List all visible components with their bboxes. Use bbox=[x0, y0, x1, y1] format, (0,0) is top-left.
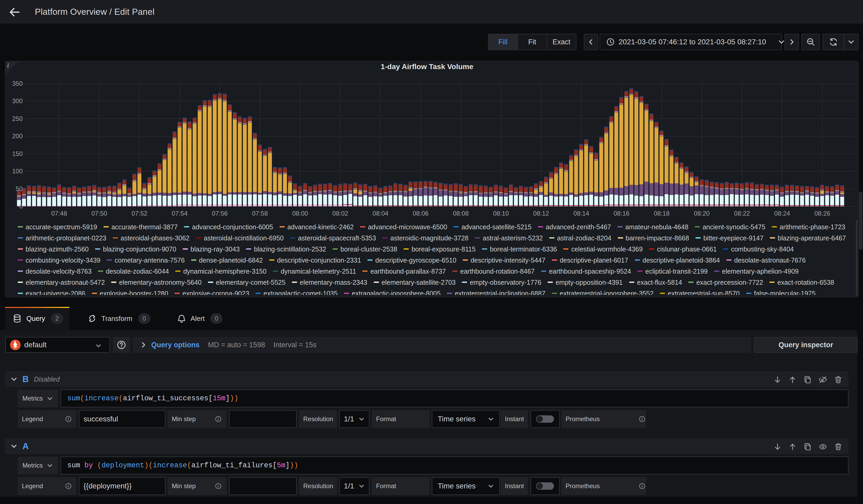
svg-text:07:50: 07:50 bbox=[91, 210, 107, 217]
svg-text:08:02: 08:02 bbox=[332, 210, 348, 217]
svg-text:08:16: 08:16 bbox=[614, 210, 629, 217]
svg-text:150: 150 bbox=[12, 150, 23, 157]
svg-text:07:56: 07:56 bbox=[212, 210, 228, 217]
svg-text:50: 50 bbox=[15, 185, 23, 192]
svg-text:250: 250 bbox=[12, 115, 23, 122]
svg-text:0: 0 bbox=[19, 203, 23, 210]
svg-text:08:04: 08:04 bbox=[373, 210, 388, 217]
svg-text:07:52: 07:52 bbox=[132, 210, 147, 217]
svg-text:08:00: 08:00 bbox=[292, 210, 308, 217]
svg-text:08:14: 08:14 bbox=[574, 210, 589, 217]
svg-text:08:12: 08:12 bbox=[533, 210, 549, 217]
svg-text:350: 350 bbox=[12, 80, 23, 87]
svg-text:200: 200 bbox=[12, 133, 23, 140]
svg-text:08:20: 08:20 bbox=[694, 210, 710, 217]
svg-text:07:48: 07:48 bbox=[51, 210, 67, 217]
svg-text:07:58: 07:58 bbox=[252, 210, 268, 217]
svg-text:08:26: 08:26 bbox=[814, 210, 830, 217]
svg-text:300: 300 bbox=[12, 97, 23, 104]
svg-text:08:06: 08:06 bbox=[413, 210, 429, 217]
svg-text:08:24: 08:24 bbox=[774, 210, 790, 217]
svg-text:08:10: 08:10 bbox=[493, 210, 509, 217]
svg-text:08:18: 08:18 bbox=[654, 210, 670, 217]
svg-text:08:08: 08:08 bbox=[453, 210, 469, 217]
svg-text:100: 100 bbox=[12, 167, 23, 175]
svg-text:08:22: 08:22 bbox=[734, 210, 750, 217]
svg-text:07:54: 07:54 bbox=[172, 210, 188, 217]
